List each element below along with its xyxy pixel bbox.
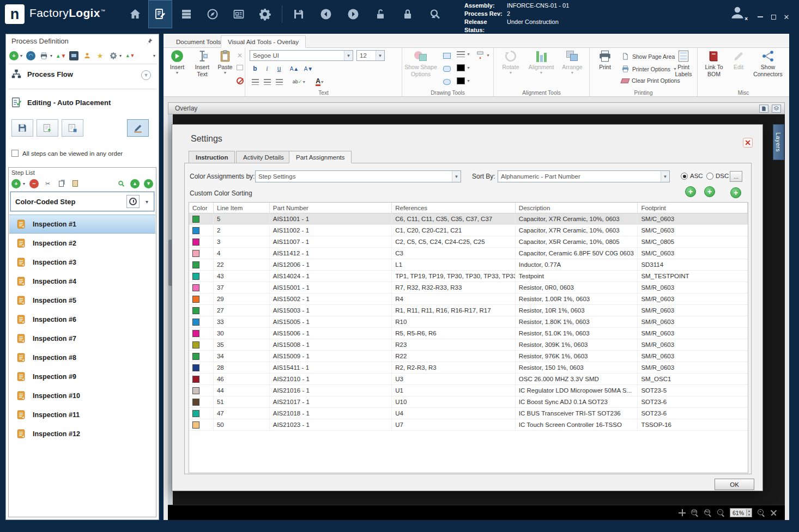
underline-tool-icon[interactable] bbox=[234, 62, 245, 73]
unlock-icon[interactable] bbox=[368, 0, 392, 28]
display-icon[interactable] bbox=[69, 51, 78, 60]
move-down-icon[interactable]: ▼ bbox=[144, 179, 153, 188]
row-color-swatch[interactable] bbox=[192, 261, 199, 268]
step-item[interactable]: Inspection #3 bbox=[9, 253, 155, 272]
table-row[interactable]: 47 AIS21018 - 1 U4 IC BUS Transceiver TR… bbox=[189, 408, 748, 419]
format-painter-dropdown[interactable]: ▼ bbox=[475, 50, 490, 60]
tab-visual-aid-tools[interactable]: Visual Aid Tools - Overlay bbox=[221, 35, 306, 48]
forward-icon[interactable] bbox=[341, 0, 365, 28]
copy-icon[interactable] bbox=[57, 179, 66, 188]
step-item[interactable]: Inspection #11 bbox=[9, 405, 155, 424]
more-chevron-icon[interactable]: ▾ bbox=[153, 53, 155, 58]
layers-view-icon[interactable] bbox=[772, 105, 781, 113]
line-style-dropdown[interactable]: ▼ bbox=[457, 51, 470, 57]
row-color-swatch[interactable] bbox=[192, 273, 199, 280]
font-size-combo[interactable]: 12▼ bbox=[356, 50, 385, 61]
step-item[interactable]: Inspection #10 bbox=[9, 386, 155, 405]
step-item[interactable]: Inspection #4 bbox=[9, 272, 155, 291]
zoom-all-icon[interactable]: ALL bbox=[704, 509, 712, 517]
step-item[interactable]: Inspection #12 bbox=[9, 424, 155, 443]
fill-color-dropdown[interactable]: ▼ bbox=[457, 64, 470, 71]
step-item[interactable]: Inspection #1 bbox=[9, 215, 155, 234]
zoom-100-icon[interactable]: 100 bbox=[691, 509, 699, 517]
row-color-swatch[interactable] bbox=[192, 239, 199, 246]
add-icon[interactable]: + bbox=[9, 51, 19, 60]
table-row[interactable]: 43 AIS14024 - 1 TP1, TP19, TP19, TP30, T… bbox=[189, 271, 748, 282]
table-row[interactable]: 35 AIS15008 - 1 R23 Resistor, 309K 1%, 0… bbox=[189, 339, 748, 351]
table-row[interactable]: 29 AIS15002 - 1 R4 Resistor, 1.00R 1%, 0… bbox=[189, 293, 748, 305]
save-icon[interactable] bbox=[287, 0, 311, 28]
paste-button[interactable]: Paste▼ bbox=[216, 49, 234, 75]
arrange-button[interactable]: Arrange▼ bbox=[559, 49, 585, 75]
step-item[interactable]: Inspection #7 bbox=[9, 329, 155, 348]
table-row[interactable]: 37 AIS15001 - 1 R7, R32, R32-R33, R33 Re… bbox=[189, 282, 748, 293]
block-icon[interactable] bbox=[234, 75, 245, 86]
table-row[interactable]: 30 AIS15006 - 1 R5, R5-R6, R6 Resistor, … bbox=[189, 328, 748, 339]
row-color-swatch[interactable] bbox=[192, 410, 199, 417]
cut-icon[interactable]: ✂ bbox=[43, 179, 52, 188]
row-color-swatch[interactable] bbox=[192, 250, 199, 257]
italic-button[interactable]: i bbox=[262, 63, 273, 74]
settings-gear-icon[interactable] bbox=[253, 0, 277, 28]
ellipse-shape-button[interactable] bbox=[440, 76, 453, 87]
table-row[interactable]: 4 AIS11412 - 1 C3 Capacitor, Ceramic 6.8… bbox=[189, 248, 748, 259]
favorite-icon[interactable]: ★ bbox=[95, 51, 105, 60]
pin-icon[interactable] bbox=[146, 38, 153, 46]
align-center-button[interactable] bbox=[262, 76, 273, 87]
col-description[interactable]: Description bbox=[516, 203, 638, 213]
remove-step-icon[interactable]: − bbox=[29, 179, 39, 188]
table-row[interactable]: 22 AIS12006 - 1 L1 Inductor, 0.77A SD311… bbox=[189, 259, 748, 271]
zoom-out-icon[interactable]: − bbox=[717, 509, 725, 517]
reorder-icons[interactable]: ▲▼ bbox=[125, 51, 135, 60]
table-row[interactable]: 2 AIS11002 - 1 C1, C20, C20-C21, C21 Cap… bbox=[189, 225, 748, 236]
row-color-swatch[interactable] bbox=[192, 227, 199, 234]
show-connectors-button[interactable]: ShowConnectors bbox=[750, 49, 786, 77]
tab-part-assignments[interactable]: Part Assignments bbox=[289, 151, 352, 163]
rotate-button[interactable]: Rotate▼ bbox=[498, 49, 523, 75]
find-step-icon[interactable] bbox=[117, 179, 126, 188]
add-row-button[interactable]: + bbox=[730, 187, 741, 198]
row-color-swatch[interactable] bbox=[192, 330, 199, 337]
clear-print-options-button[interactable]: Clear Print Options bbox=[621, 77, 680, 84]
font-name-combo[interactable]: Segoe UI▼ bbox=[250, 50, 353, 61]
insert-button[interactable]: Insert▼ bbox=[166, 49, 189, 75]
print-labels-button[interactable]: PrintLabels bbox=[671, 49, 695, 77]
tab-activity-details[interactable]: Activity Details bbox=[236, 151, 291, 163]
zoom-level-field[interactable]: 61% ▲▼ bbox=[730, 508, 752, 517]
table-row[interactable]: 46 AIS21010 - 1 U3 OSC 26.000 MHZ 3.3V S… bbox=[189, 374, 748, 385]
grow-font-button[interactable]: A▲ bbox=[289, 63, 300, 74]
layers-tab[interactable]: Layers bbox=[773, 124, 784, 160]
navigation-compass-icon[interactable] bbox=[201, 0, 225, 28]
order-checkbox[interactable] bbox=[11, 150, 19, 157]
print-button[interactable]: Print bbox=[593, 49, 617, 70]
close-button[interactable]: ✕ bbox=[780, 12, 792, 22]
row-color-swatch[interactable] bbox=[192, 376, 199, 383]
table-row[interactable]: 5 AIS11001 - 1 C6, C11, C11, C35, C35, C… bbox=[189, 213, 748, 225]
table-row[interactable]: 51 AIS21017 - 1 U10 IC Boost Sync ADJ 0.… bbox=[189, 396, 748, 408]
zoom-spinner[interactable]: ▲▼ bbox=[746, 509, 752, 516]
delete-icon[interactable]: ✕ bbox=[234, 50, 245, 61]
add-color-button[interactable]: + bbox=[685, 186, 696, 197]
align-right-button[interactable] bbox=[274, 76, 285, 87]
chevron-down-icon[interactable]: ▾ bbox=[146, 199, 148, 205]
alignment-button[interactable]: Alignment▼ bbox=[526, 49, 556, 75]
row-color-swatch[interactable] bbox=[192, 216, 199, 223]
news-icon[interactable] bbox=[227, 0, 251, 28]
process-flow-item[interactable]: Process Flow bbox=[10, 68, 73, 80]
web-icon[interactable]: ◠ bbox=[26, 51, 35, 60]
asc-radio[interactable] bbox=[681, 173, 688, 180]
add-step-icon[interactable]: + bbox=[11, 179, 21, 188]
minimize-button[interactable] bbox=[754, 12, 766, 22]
col-part-number[interactable]: Part Number bbox=[270, 203, 392, 213]
dsc-radio[interactable] bbox=[706, 173, 713, 180]
tab-document-tools[interactable]: Document Tools bbox=[169, 35, 228, 48]
timer-button[interactable] bbox=[126, 195, 140, 208]
export-button[interactable] bbox=[62, 119, 83, 137]
col-line-item[interactable]: Line Item bbox=[214, 203, 270, 213]
col-footprint[interactable]: Footprint bbox=[638, 203, 748, 213]
table-row[interactable]: 44 AIS21016 - 1 U1 IC Regulator LDO Micr… bbox=[189, 385, 748, 396]
edit-button[interactable]: Edit bbox=[729, 49, 748, 70]
show-shape-options-button[interactable]: Show ShapeOptions bbox=[404, 49, 437, 77]
rounded-shape-button[interactable] bbox=[440, 63, 453, 74]
shrink-font-button[interactable]: A▼ bbox=[303, 63, 314, 74]
